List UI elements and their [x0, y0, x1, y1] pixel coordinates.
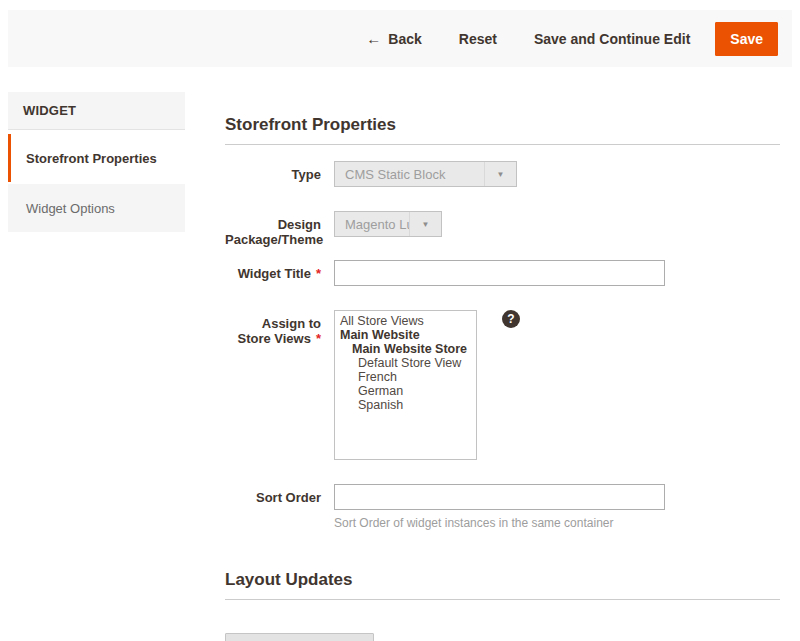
store-view-option[interactable]: French — [335, 370, 476, 384]
content-area: WIDGET Storefront Properties Widget Opti… — [8, 92, 792, 641]
design-package-select-value: Magento Luma — [335, 212, 409, 236]
save-button[interactable]: Save — [715, 22, 778, 56]
store-view-option[interactable]: Main Website Store — [335, 342, 476, 356]
store-view-option[interactable]: Default Store View — [335, 356, 476, 370]
help-icon[interactable]: ? — [502, 310, 520, 328]
required-asterisk: * — [316, 331, 321, 346]
sort-order-label: Sort Order — [225, 484, 321, 530]
store-view-option[interactable]: Main Website — [335, 328, 476, 342]
section-title-storefront-properties: Storefront Properties — [225, 115, 780, 135]
design-package-select: Magento Luma ▼ — [334, 211, 442, 237]
sidebar-header: WIDGET — [8, 92, 185, 130]
store-view-option[interactable]: German — [335, 384, 476, 398]
store-views-label: Assign to Store Views* — [225, 310, 321, 460]
section-divider — [225, 144, 780, 145]
form-row-design-package: Design Package/Theme Magento Luma ▼ — [225, 211, 780, 247]
sort-order-hint: Sort Order of widget instances in the sa… — [334, 516, 665, 530]
back-arrow-icon: ← — [366, 31, 381, 46]
page-actions-toolbar: ← Back Reset Save and Continue Edit Save — [8, 10, 792, 67]
form-row-widget-title: Widget Title* — [225, 260, 780, 286]
chevron-down-icon: ▼ — [484, 162, 516, 186]
form-row-sort-order: Sort Order Sort Order of widget instance… — [225, 484, 780, 530]
store-views-listbox[interactable]: All Store Views Main Website Main Websit… — [334, 310, 477, 460]
save-and-continue-button[interactable]: Save and Continue Edit — [534, 31, 690, 47]
widget-title-label: Widget Title* — [225, 260, 321, 286]
type-label: Type — [225, 161, 321, 187]
form-row-store-views: Assign to Store Views* All Store Views M… — [225, 310, 780, 460]
store-view-option[interactable]: All Store Views — [335, 314, 476, 328]
back-button[interactable]: ← Back — [366, 31, 421, 47]
type-field: CMS Static Block ▼ — [334, 161, 517, 187]
design-package-field: Magento Luma ▼ — [334, 211, 442, 247]
widget-title-label-text: Widget Title — [238, 266, 311, 281]
type-select: CMS Static Block ▼ — [334, 161, 517, 187]
add-layout-update-button[interactable]: Add Layout Update — [225, 633, 374, 641]
store-views-field: All Store Views Main Website Main Websit… — [334, 310, 520, 460]
section-divider — [225, 599, 780, 600]
store-views-label-text: Assign to Store Views — [237, 316, 321, 346]
sidebar-item-storefront-properties[interactable]: Storefront Properties — [8, 134, 185, 182]
sidebar-item-widget-options[interactable]: Widget Options — [8, 184, 185, 232]
type-select-value: CMS Static Block — [335, 162, 484, 186]
reset-button[interactable]: Reset — [459, 31, 497, 47]
widget-edit-page: ← Back Reset Save and Continue Edit Save… — [0, 0, 800, 641]
section-title-layout-updates: Layout Updates — [225, 570, 780, 590]
sort-order-input[interactable] — [334, 484, 665, 510]
sort-order-field: Sort Order of widget instances in the sa… — [334, 484, 665, 530]
required-asterisk: * — [316, 266, 321, 281]
form-row-type: Type CMS Static Block ▼ — [225, 161, 780, 187]
sidebar-nav: WIDGET Storefront Properties Widget Opti… — [8, 92, 185, 641]
widget-title-input[interactable] — [334, 260, 665, 286]
chevron-down-icon: ▼ — [409, 212, 441, 236]
design-package-label: Design Package/Theme — [225, 211, 321, 247]
sort-order-label-text: Sort Order — [256, 490, 321, 505]
back-button-label: Back — [388, 31, 421, 47]
form-panel: Storefront Properties Type CMS Static Bl… — [225, 92, 792, 641]
design-package-label-text: Design Package/Theme — [225, 217, 323, 247]
type-label-text: Type — [292, 167, 321, 182]
store-view-option[interactable]: Spanish — [335, 398, 476, 412]
widget-title-field — [334, 260, 665, 286]
